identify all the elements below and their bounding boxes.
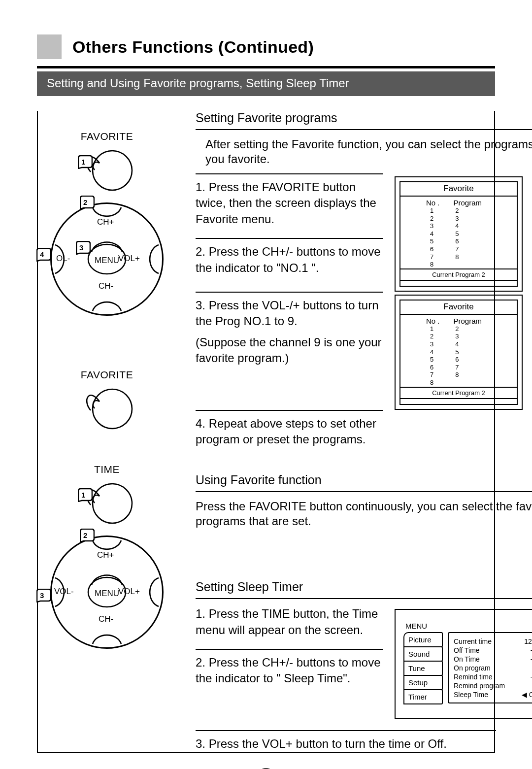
page-title: Others Functions (Continued) bbox=[72, 37, 314, 57]
dial-vol-minus: OL- bbox=[56, 254, 70, 264]
fav-current: Current Program 2 bbox=[400, 268, 517, 280]
favorite-osd-title-2: Favorite bbox=[400, 301, 517, 315]
remote-dial-icon-2: CH+ CH- VOL- VOL+ MENU 2 3 bbox=[50, 535, 164, 649]
heading-using-favorite: Using Favorite function bbox=[196, 473, 532, 492]
favorite-button-icon-2 bbox=[80, 383, 134, 432]
favorite-osd-title: Favorite bbox=[400, 182, 517, 197]
svg-point-3 bbox=[93, 484, 132, 523]
fav-col-no-2: No . bbox=[426, 317, 440, 325]
menu-label: MENU bbox=[405, 622, 532, 630]
favorite-osd-1: Favorite No . Program 12345678 2345678 bbox=[395, 176, 523, 292]
fav-col-program: Program bbox=[454, 199, 482, 207]
time-step-1: 1. Press the TIME button, the Time menu … bbox=[196, 606, 383, 649]
step-3a: 3. Press the VOL-/+ buttons to turn the … bbox=[196, 298, 383, 330]
heading-sleep-timer: Setting Sleep Timer bbox=[196, 580, 532, 599]
flag-3b: 3 bbox=[40, 591, 44, 600]
svg-point-2 bbox=[93, 389, 132, 429]
flag-2b: 2 bbox=[83, 531, 87, 539]
fav-current-2: Current Program 2 bbox=[400, 387, 517, 398]
dial-ch-plus: CH+ bbox=[97, 217, 114, 227]
time-step-3: 3. Press the VOL+ button to turn the tim… bbox=[196, 730, 496, 752]
dial2-menu: MENU bbox=[95, 589, 119, 599]
title-block bbox=[37, 34, 62, 59]
time-label: TIME bbox=[94, 464, 120, 475]
favorite-button-icon: 1 bbox=[80, 144, 134, 194]
dial-ch-minus: CH- bbox=[99, 281, 113, 291]
fav-no-col: 12345678 bbox=[430, 207, 433, 268]
svg-point-0 bbox=[93, 151, 132, 190]
step-1: 1. Press the FAVORITE button twice, then… bbox=[196, 173, 383, 238]
flag-1b: 1 bbox=[81, 491, 85, 499]
dial2-vol-minus: VOL- bbox=[54, 587, 74, 597]
flag-2: 2 bbox=[83, 198, 87, 206]
using-favorite-text: Press the FAVORITE button continuously, … bbox=[196, 496, 532, 535]
flag-3: 3 bbox=[79, 243, 83, 252]
heading-setting-favorite: Setting Favorite programs bbox=[196, 111, 532, 130]
step-2: 2. Press the CH+/- buttons to move the i… bbox=[196, 238, 383, 287]
favorite-label-2: FAVORITE bbox=[81, 369, 133, 381]
dial2-ch-plus: CH+ bbox=[97, 550, 114, 560]
remote-dial-icon: CH+ CH- OL- VOL+ MENU 2 3 4 bbox=[50, 202, 164, 316]
fav-col-no: No . bbox=[426, 199, 440, 207]
favorite-label: FAVORITE bbox=[81, 131, 133, 142]
favorite-osd-2: Favorite No . Program 12345678 2345678 bbox=[395, 295, 523, 410]
dial2-ch-minus: CH- bbox=[99, 614, 113, 624]
step-4: 4. Repeat above steps to set other progr… bbox=[196, 410, 383, 459]
title-rule bbox=[37, 66, 495, 68]
fav-no-col-2: 12345678 bbox=[430, 325, 433, 387]
flag-4: 4 bbox=[40, 250, 44, 259]
step-3: 3. Press the VOL-/+ buttons to turn the … bbox=[196, 292, 383, 410]
step-3b: (Suppose the channel 9 is one your favor… bbox=[196, 334, 383, 367]
time-button-icon: 1 bbox=[80, 477, 134, 527]
favorite-intro: After setting the Favorite function, you… bbox=[196, 134, 532, 173]
section-banner: Setting and Using Favorite programs, Set… bbox=[37, 71, 495, 96]
dial-menu: MENU bbox=[95, 256, 119, 266]
time-menu-osd: MENU PictureSoundTuneSetupTimer Current … bbox=[395, 609, 532, 719]
menu-tabs: PictureSoundTuneSetupTimer bbox=[403, 632, 443, 703]
flag-1: 1 bbox=[81, 158, 85, 166]
fav-prog-col-2: 2345678 bbox=[455, 325, 459, 387]
menu-panel: Current time12 : 27Off Time-- : --On Tim… bbox=[448, 632, 532, 703]
fav-col-program-2: Program bbox=[454, 317, 482, 325]
time-step-2: 2. Press the CH+/- buttons to move the i… bbox=[196, 649, 383, 698]
fav-prog-col: 2345678 bbox=[455, 207, 459, 268]
